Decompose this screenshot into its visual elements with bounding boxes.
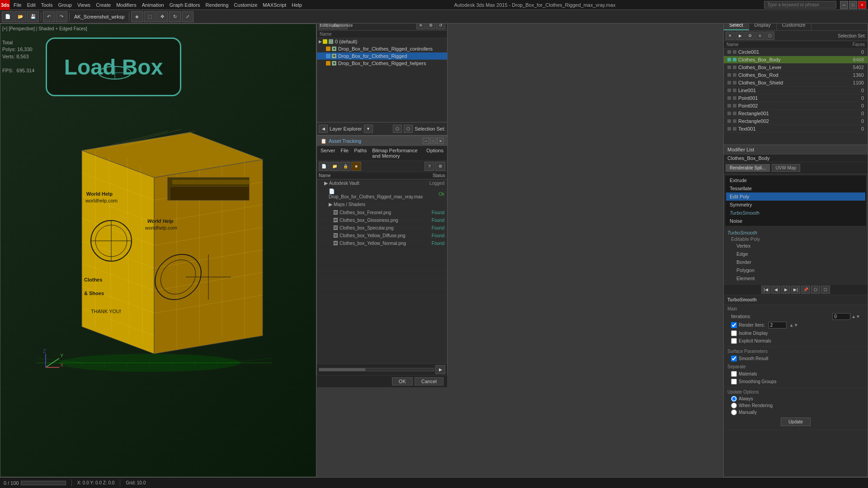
open-btn[interactable]: 📂 xyxy=(14,11,26,22)
at-settings-btn[interactable]: ⚙ xyxy=(435,162,445,171)
mod-tab-renderable[interactable]: Renderable Spli... xyxy=(726,164,770,172)
at-row-glossiness[interactable]: 🖼Clothes_box_Glossiness.png Found xyxy=(317,216,447,224)
menu-customize[interactable]: Customize xyxy=(234,2,257,8)
at-menu-options[interactable]: Options xyxy=(426,148,443,159)
nav-icon6-btn[interactable]: ⬡ xyxy=(811,286,820,294)
le-icon1-btn[interactable]: ⬡ xyxy=(393,125,402,133)
update-rendering-radio[interactable] xyxy=(731,403,737,408)
nav-last-btn[interactable]: ▶| xyxy=(791,286,800,294)
at-row-fresnel[interactable]: 🖼Clothes_box_Fresnel.png Found xyxy=(317,209,447,216)
select-row-point001[interactable]: Point001 0 xyxy=(724,94,868,102)
at-row-normal[interactable]: 🖼Clothes_box_Yellow_Normal.png Found xyxy=(317,239,447,247)
sel-icon5-btn[interactable]: ⬡ xyxy=(765,32,774,40)
select-obj-btn[interactable]: ◈ xyxy=(131,11,143,22)
update-btn[interactable]: Update xyxy=(781,418,811,426)
mod-element[interactable]: Element xyxy=(727,274,864,282)
menu-animation[interactable]: Animation xyxy=(142,2,164,8)
select-row-shield[interactable]: Clothes_Box_Shield 1100 xyxy=(724,79,868,87)
select-row-circle001[interactable]: Circle001 0 xyxy=(724,48,868,56)
le-dropdown-btn[interactable]: ▼ xyxy=(364,125,373,133)
minimize-btn[interactable]: ─ xyxy=(840,1,848,9)
mod-vertex[interactable]: Vertex xyxy=(727,242,864,250)
mod-tab-uvw[interactable]: UVW Map xyxy=(772,164,801,172)
at-row-dropbox[interactable]: 📄Drop_Box_for_Clothes_Rigged_max_vray.ma… xyxy=(317,188,447,201)
at-menu-paths[interactable]: Paths xyxy=(354,148,367,159)
at-menu-file[interactable]: File xyxy=(340,148,349,159)
menu-create[interactable]: Create xyxy=(96,2,111,8)
menu-maxscript[interactable]: MAXScript xyxy=(263,2,286,8)
at-icon3-btn[interactable]: 🔒 xyxy=(340,162,350,171)
nav-next-btn[interactable]: ▶ xyxy=(781,286,790,294)
at-icon2-btn[interactable]: 📁 xyxy=(330,162,340,171)
select-row-rod[interactable]: Clothes_Box_Rod 1360 xyxy=(724,71,868,79)
select-row-line001[interactable]: Line001 0 xyxy=(724,87,868,94)
nav-first-btn[interactable]: |◀ xyxy=(761,286,770,294)
move-btn[interactable]: ✥ xyxy=(156,11,168,22)
undo-btn[interactable]: ↶ xyxy=(43,11,55,22)
select-row-text001[interactable]: Text001 0 xyxy=(724,125,868,133)
nav-icon7-btn[interactable]: ⬡ xyxy=(821,286,830,294)
ts-render-iters-check[interactable] xyxy=(731,322,737,328)
at-row-specular[interactable]: 🖼Clothes_box_Specular.png Found xyxy=(317,224,447,232)
ts-smooth-check[interactable] xyxy=(731,356,737,361)
sel-close-btn[interactable]: ✕ xyxy=(726,32,735,40)
new-btn[interactable]: 📄 xyxy=(2,11,14,22)
mod-noise[interactable]: Noise xyxy=(726,217,865,225)
at-icon4-btn[interactable]: ■ xyxy=(351,162,361,171)
menu-graph-editors[interactable]: Graph Editors xyxy=(170,2,200,8)
viewport[interactable]: [+] [Perspective] | Shaded + Edged Faces… xyxy=(0,23,316,477)
select-row-point002[interactable]: Point002 0 xyxy=(724,102,868,110)
save-btn[interactable]: 💾 xyxy=(27,11,39,22)
at-scroll-right-btn[interactable]: ▶ xyxy=(435,365,445,374)
menu-rendering[interactable]: Rendering xyxy=(206,2,229,8)
maximize-btn[interactable]: □ xyxy=(849,1,857,9)
at-help-btn[interactable]: ? xyxy=(425,162,434,171)
ts-isoline-check[interactable] xyxy=(731,330,737,336)
le-icon2-btn[interactable]: ⬡ xyxy=(404,125,413,133)
ts-render-iters-arrows[interactable]: ▲▼ xyxy=(789,323,798,328)
update-manually-radio[interactable] xyxy=(731,409,737,415)
menu-tools[interactable]: Tools xyxy=(41,2,53,8)
scale-btn[interactable]: ⤢ xyxy=(182,11,193,22)
ts-iterations-arrows[interactable]: ▲▼ xyxy=(851,314,860,319)
at-menu-bitmap[interactable]: Bitmap Performance and Memory xyxy=(372,148,421,159)
ts-iterations-input[interactable] xyxy=(832,313,850,320)
mod-turbosmooth[interactable]: TurboSmooth xyxy=(726,209,865,217)
mod-symmetry[interactable]: Symmetry xyxy=(726,201,865,209)
at-scrollbar[interactable] xyxy=(319,368,434,371)
ts-render-iters-input[interactable] xyxy=(769,322,787,328)
at-close-btn[interactable]: ✕ xyxy=(437,138,443,144)
at-cancel-btn[interactable]: Cancel xyxy=(415,377,443,385)
at-minimize-btn[interactable]: ─ xyxy=(423,138,429,144)
nav-prev-btn[interactable]: ◀ xyxy=(771,286,780,294)
at-row-maps[interactable]: ▶Maps / Shaders xyxy=(317,201,447,209)
mod-edge[interactable]: Edge xyxy=(727,250,864,258)
update-always-radio[interactable] xyxy=(731,396,737,402)
le-prev-btn[interactable]: ◀ xyxy=(319,125,328,133)
ts-smoothing-check[interactable] xyxy=(731,379,737,385)
at-ok-btn[interactable]: OK xyxy=(392,377,413,385)
at-row-diffuse[interactable]: 🖼Clothes_box_Yellow_Diffuse.png Found xyxy=(317,232,447,239)
sel-expand-btn[interactable]: ▶ xyxy=(736,32,745,40)
at-menu-server[interactable]: Server xyxy=(321,148,335,159)
sel-filter-btn[interactable]: ⚙ xyxy=(745,32,755,40)
at-row-vault[interactable]: ▶Autodesk Vault Logged xyxy=(317,179,447,188)
search-input[interactable] xyxy=(764,1,836,9)
redo-btn[interactable]: ↷ xyxy=(56,11,67,22)
at-icon1-btn[interactable]: 📄 xyxy=(319,162,329,171)
mod-polygon[interactable]: Polygon xyxy=(727,266,864,274)
select-row-rect002[interactable]: Rectangle002 0 xyxy=(724,117,868,125)
rotate-btn[interactable]: ↻ xyxy=(169,11,181,22)
menu-edit[interactable]: Edit xyxy=(27,2,36,8)
menu-group[interactable]: Group xyxy=(58,2,72,8)
select-region-btn[interactable]: ⬚ xyxy=(144,11,156,22)
ts-explicit-check[interactable] xyxy=(731,338,737,344)
layer-1-item[interactable]: ■ Drop_Box_for_Clothes_Rigged_controller… xyxy=(317,45,447,52)
mod-tessellate[interactable]: Tessellate xyxy=(726,184,865,192)
menu-views[interactable]: Views xyxy=(77,2,90,8)
mod-extrude[interactable]: Extrude xyxy=(726,176,865,184)
close-btn[interactable]: ✕ xyxy=(858,1,866,9)
layer-0-item[interactable]: ▶ ⬡ 0 (default) xyxy=(317,38,447,45)
menu-file[interactable]: File xyxy=(14,2,22,8)
layer-3-item[interactable]: ■ Drop_Box_for_Clothes_Rigged_helpers xyxy=(317,60,447,67)
